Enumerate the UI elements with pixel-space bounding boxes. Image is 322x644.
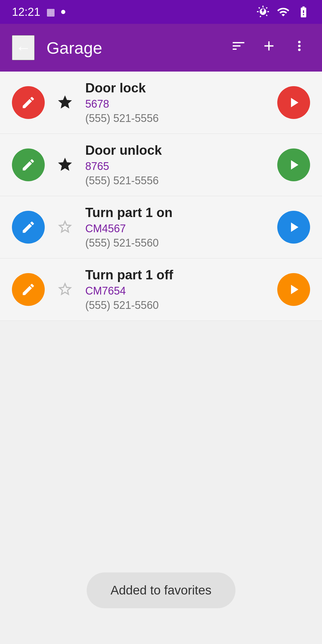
status-bar: 12:21 ▦ [0,0,322,24]
item-code-0: 5678 [85,98,268,110]
list-item: Turn part 1 on CM4567 (555) 521-5560 [0,196,322,258]
item-info-3: Turn part 1 off CM7654 (555) 521-5560 [85,267,268,312]
item-code-2: CM4567 [85,222,268,235]
item-info-2: Turn part 1 on CM4567 (555) 521-5560 [85,205,268,249]
favorite-button-1[interactable] [54,153,76,177]
item-name-3: Turn part 1 off [85,267,268,282]
item-info-1: Door unlock 8765 (555) 521-5556 [85,143,268,187]
app-bar: ← Garage [0,24,322,72]
edit-button-2[interactable] [12,211,45,244]
favorite-button-3[interactable] [54,278,76,301]
item-name-2: Turn part 1 on [85,205,268,220]
favorite-button-2[interactable] [54,216,76,239]
item-name-0: Door lock [85,80,268,95]
item-phone-3: (555) 521-5560 [85,299,268,312]
toast-message: Added to favorites [87,572,236,608]
battery-icon [297,5,310,18]
status-left: 12:21 ▦ [12,6,65,18]
back-button[interactable]: ← [12,35,35,60]
item-code-1: 8765 [85,160,268,173]
edit-button-3[interactable] [12,273,45,306]
more-options-button[interactable] [289,35,310,60]
item-phone-0: (555) 521-5556 [85,112,268,125]
status-dot [61,10,65,14]
list-item: Door lock 5678 (555) 521-5556 [0,72,322,134]
send-button-1[interactable] [277,148,310,181]
item-name-1: Door unlock [85,143,268,158]
filter-button[interactable] [228,35,249,60]
status-time: 12:21 [12,6,40,18]
app-bar-title: Garage [47,38,219,58]
alarm-icon [256,5,270,18]
item-code-3: CM7654 [85,285,268,297]
send-button-2[interactable] [277,211,310,244]
item-phone-1: (555) 521-5556 [85,174,268,187]
status-right [256,5,310,18]
item-phone-2: (555) 521-5560 [85,237,268,249]
command-list: Door lock 5678 (555) 521-5556 Door unloc… [0,72,322,321]
send-button-3[interactable] [277,273,310,306]
message-icon: ▦ [46,6,55,18]
favorite-button-0[interactable] [54,91,76,114]
list-item: Door unlock 8765 (555) 521-5556 [0,134,322,196]
edit-button-0[interactable] [12,86,45,119]
signal-icon [277,5,290,18]
send-button-0[interactable] [277,86,310,119]
edit-button-1[interactable] [12,148,45,181]
list-item: Turn part 1 off CM7654 (555) 521-5560 [0,258,322,321]
item-info-0: Door lock 5678 (555) 521-5556 [85,80,268,125]
add-button[interactable] [258,35,280,60]
